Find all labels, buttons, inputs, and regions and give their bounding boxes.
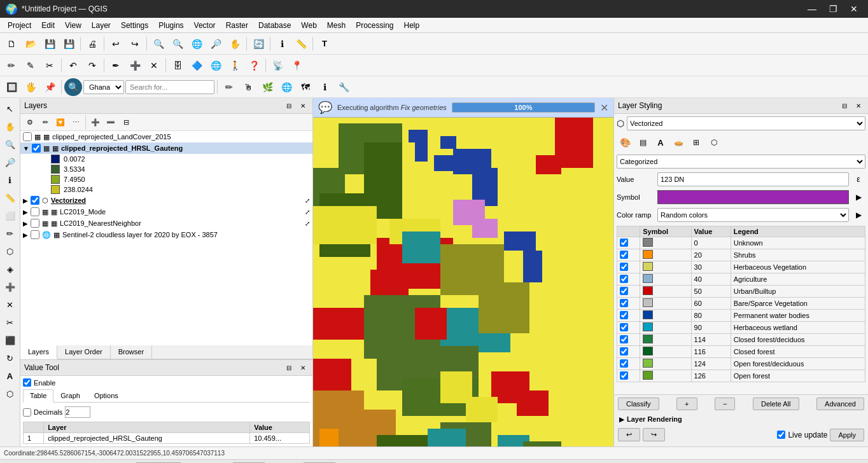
collapse-all[interactable]: ⊟ bbox=[119, 115, 133, 129]
style-categorized-btn[interactable]: ▤ bbox=[634, 134, 651, 151]
tool-split[interactable]: ✂ bbox=[2, 314, 18, 331]
layer-check-nn[interactable] bbox=[31, 219, 39, 228]
tool-zoom-in[interactable]: 🔍 bbox=[2, 136, 18, 153]
style-diagram-btn[interactable]: 🥧 bbox=[670, 134, 687, 151]
menu-item-project[interactable]: Project bbox=[3, 20, 36, 31]
style-color-btn[interactable]: 🎨 bbox=[617, 134, 633, 151]
styling-close-btn[interactable]: ✕ bbox=[853, 100, 864, 111]
print-button[interactable]: 🖨 bbox=[83, 35, 101, 53]
menu-item-help[interactable]: Help bbox=[399, 20, 425, 31]
edit-btn1[interactable]: ✏ bbox=[3, 57, 20, 74]
tool-node[interactable]: ⬡ bbox=[2, 243, 18, 259]
zoom-out-button[interactable]: 🔍 bbox=[169, 35, 186, 53]
feature-btn[interactable]: 🌿 bbox=[258, 78, 276, 96]
remove-layer[interactable]: ➖ bbox=[104, 115, 118, 129]
tool-pan[interactable]: ✋ bbox=[2, 118, 18, 135]
undo-button[interactable]: ↩ bbox=[107, 35, 125, 53]
plugin-btn2[interactable]: 🌐 bbox=[207, 57, 225, 74]
layer-check-landcover[interactable] bbox=[23, 132, 32, 141]
tool-delete[interactable]: ✕ bbox=[2, 296, 18, 313]
identify-button[interactable]: ℹ bbox=[273, 35, 291, 53]
style-type-combo[interactable]: Categorized bbox=[617, 155, 865, 169]
save-as-button[interactable]: 💾 bbox=[60, 35, 78, 53]
menu-item-settings[interactable]: Settings bbox=[116, 20, 153, 31]
menu-item-plugins[interactable]: Plugins bbox=[153, 20, 188, 31]
menu-item-mesh[interactable]: Mesh bbox=[322, 20, 351, 31]
style-label-btn[interactable]: A bbox=[652, 134, 669, 151]
location-toolbar-btn3[interactable]: 📌 bbox=[41, 78, 59, 96]
zoom-in-button[interactable]: 🔍 bbox=[150, 35, 167, 53]
map-canvas[interactable] bbox=[313, 117, 613, 446]
save-button[interactable]: 💾 bbox=[41, 35, 59, 53]
color-ramp-combo[interactable]: Random colors bbox=[657, 208, 849, 222]
menu-item-vector[interactable]: Vector bbox=[189, 20, 221, 31]
maximize-button[interactable]: ❐ bbox=[824, 3, 843, 15]
value-input[interactable] bbox=[657, 172, 849, 186]
classify-button[interactable]: Classify bbox=[618, 397, 659, 410]
layer-expand-hrsl[interactable]: ▼ bbox=[23, 145, 29, 152]
label-button[interactable]: T bbox=[316, 35, 333, 53]
tool-identify[interactable]: ℹ bbox=[2, 172, 18, 188]
layer-check-hrsl[interactable] bbox=[32, 144, 41, 153]
open-layer-properties[interactable]: ⚙ bbox=[23, 115, 37, 129]
menu-item-raster[interactable]: Raster bbox=[221, 20, 253, 31]
redo-style-btn[interactable]: ↪ bbox=[643, 428, 665, 441]
advanced-button[interactable]: Advanced bbox=[816, 397, 864, 410]
decimals-checkbox[interactable] bbox=[23, 408, 31, 417]
value-tool-float[interactable]: ⊟ bbox=[283, 362, 295, 373]
apply-button[interactable]: Apply bbox=[830, 429, 864, 441]
zoom-layer-button[interactable]: 🔎 bbox=[207, 35, 225, 53]
browser-btn[interactable]: 🗺 bbox=[297, 78, 314, 96]
refresh-button[interactable]: 🔄 bbox=[249, 35, 267, 53]
remove-class-button[interactable]: − bbox=[715, 397, 735, 410]
search-input[interactable] bbox=[125, 80, 214, 94]
close-button[interactable]: ✕ bbox=[845, 3, 863, 15]
plugin-btn1[interactable]: 🔷 bbox=[188, 57, 206, 74]
open-button[interactable]: 📂 bbox=[22, 35, 39, 53]
osm-btn[interactable]: 🌐 bbox=[277, 78, 295, 96]
value-expr-btn[interactable]: ε bbox=[851, 172, 865, 186]
legend-row-check[interactable] bbox=[620, 251, 628, 259]
digitize-btn2[interactable]: ➕ bbox=[126, 57, 144, 74]
legend-row-check[interactable] bbox=[620, 299, 628, 307]
edit-btn3[interactable]: ✂ bbox=[41, 57, 59, 74]
menu-item-database[interactable]: Database bbox=[253, 20, 296, 31]
style-3d-btn[interactable]: ⬡ bbox=[706, 134, 722, 151]
layers-float-btn[interactable]: ⊟ bbox=[283, 100, 295, 111]
info-btn[interactable]: ℹ bbox=[316, 78, 333, 96]
tool-vertex[interactable]: ◈ bbox=[2, 261, 18, 277]
layer-item-vectorized[interactable]: ▶ ⬡ Vectorized ⤢ bbox=[20, 195, 312, 206]
menu-item-layer[interactable]: Layer bbox=[87, 20, 116, 31]
layer-rendering-header[interactable]: ▶ Layer Rendering bbox=[618, 413, 864, 425]
filter-layer[interactable]: 🔽 bbox=[53, 115, 67, 129]
menu-item-web[interactable]: Web bbox=[296, 20, 321, 31]
style-mask-btn[interactable]: ⊞ bbox=[688, 134, 704, 151]
legend-row-check[interactable] bbox=[620, 311, 628, 319]
legend-row-check[interactable] bbox=[620, 371, 628, 380]
live-update-check[interactable] bbox=[777, 431, 785, 439]
layer-check-sent[interactable] bbox=[31, 230, 39, 239]
location-toolbar-btn2[interactable]: 🖐 bbox=[22, 78, 39, 96]
delete-all-button[interactable]: Delete All bbox=[753, 397, 799, 410]
vt-tab-graph[interactable]: Graph bbox=[53, 389, 87, 402]
legend-row-check[interactable] bbox=[620, 238, 628, 247]
digitize-btn1[interactable]: ✒ bbox=[107, 57, 125, 74]
tool-select-rect[interactable]: ⬜ bbox=[2, 207, 18, 224]
layer-expand-sent[interactable]: ▶ bbox=[23, 232, 28, 238]
layer-expand-vec[interactable]: ▶ bbox=[23, 197, 28, 204]
select-btn[interactable]: 🖱 bbox=[239, 78, 257, 96]
tool-3d[interactable]: ⬡ bbox=[2, 385, 18, 402]
tool-zoom-out[interactable]: 🔎 bbox=[2, 154, 18, 170]
layer-item-landcover[interactable]: ▦ ▦ clipped_reprojected_LandCover_2015 bbox=[20, 131, 312, 142]
layer-item-hrsl[interactable]: ▼ ▦ ▦ clipped_reprojected_HRSL_Gauteng bbox=[20, 142, 312, 154]
styling-float-btn[interactable]: ⊟ bbox=[839, 100, 850, 111]
map-area[interactable]: 💬 Executing algorithm Fix geometries 100… bbox=[313, 98, 613, 446]
toggle-editing[interactable]: ✏ bbox=[38, 115, 52, 129]
script-btn[interactable]: 🔧 bbox=[335, 78, 353, 96]
tab-browser[interactable]: Browser bbox=[111, 345, 152, 359]
tool-label[interactable]: A bbox=[2, 368, 18, 384]
redo-button[interactable]: ↪ bbox=[126, 35, 144, 53]
progress-close-button[interactable]: ✕ bbox=[600, 102, 608, 114]
color-ramp-btn[interactable]: ▶ bbox=[851, 208, 865, 222]
add-class-button[interactable]: + bbox=[676, 397, 697, 410]
